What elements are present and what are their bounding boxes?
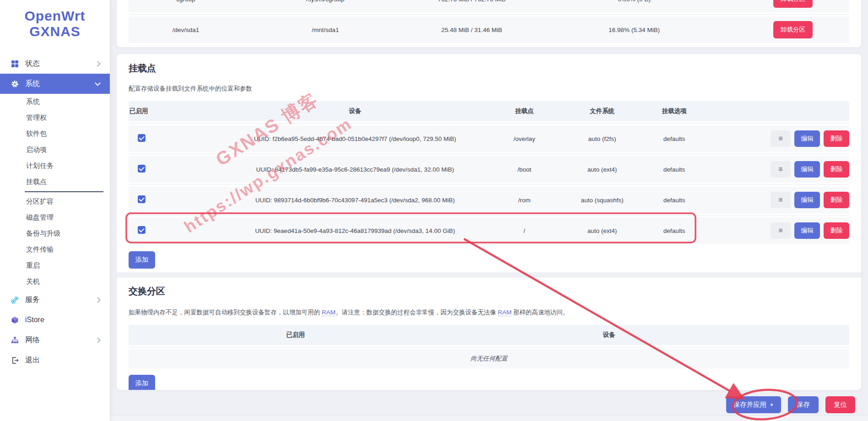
mount-point-cell: / xyxy=(483,227,566,234)
edit-button[interactable]: 编辑 xyxy=(794,222,820,239)
drag-handle[interactable]: ≡ xyxy=(771,161,791,178)
active-submenu-underline xyxy=(25,191,103,192)
footer-actions: 保存并应用 ▼ 保存 复位 xyxy=(726,396,855,413)
usage-cell: 0.00% (0 B) xyxy=(536,0,733,3)
col-device: 设备 xyxy=(463,331,755,339)
enabled-checkbox[interactable] xyxy=(138,165,146,173)
sidebar-subitem-cron[interactable]: 计划任务 xyxy=(0,158,110,174)
col-mount-point: 挂载点 xyxy=(483,107,566,115)
sidebar-subitem-shutdown[interactable]: 关机 xyxy=(0,274,110,290)
content-area: cgroup /sys/fs/cgroup 762.76 MiB / 762.7… xyxy=(110,0,868,421)
footer-divider xyxy=(110,415,868,421)
mount-cell: /mnt/sda1 xyxy=(243,27,408,33)
ram-link[interactable]: RAM xyxy=(322,309,335,316)
sidebar-item-label: 系统 xyxy=(25,79,40,89)
col-options: 挂载选项 xyxy=(639,107,710,115)
grid-icon xyxy=(11,60,19,68)
logout-icon xyxy=(11,356,19,364)
brand-logo: OpenWrt GXNAS xyxy=(0,8,110,39)
sidebar-subitem-startup[interactable]: 启动项 xyxy=(0,142,110,158)
sidebar-subitem-backup-upgrade[interactable]: 备份与升级 xyxy=(0,226,110,242)
mount-point-cell: /rom xyxy=(483,197,566,204)
filesystem-cell: auto (squashfs) xyxy=(566,197,639,204)
mount-point-cell: /overlay xyxy=(483,135,566,142)
sidebar-subitem-system[interactable]: 系统 xyxy=(0,94,110,110)
col-enabled: 已启用 xyxy=(129,107,227,115)
ram-link[interactable]: RAM xyxy=(498,309,512,316)
sidebar-item-status[interactable]: 状态 xyxy=(0,54,110,74)
options-cell: defaults xyxy=(639,227,710,234)
sidebar-item-network[interactable]: 网络 xyxy=(0,330,110,350)
table-row-highlighted: UUID: 9eaed41a-50e9-4a93-812c-46a8179939… xyxy=(129,217,849,244)
table-row: cgroup /sys/fs/cgroup 762.76 MiB / 762.7… xyxy=(129,0,849,12)
sidebar-item-label: 退出 xyxy=(25,356,40,365)
add-swap-button[interactable]: 添加 xyxy=(129,375,155,390)
sidebar-item-label: 状态 xyxy=(25,59,40,69)
chevron-down-icon xyxy=(95,80,101,86)
unmount-partition-button[interactable]: 卸载分区 xyxy=(773,0,813,8)
empty-state-text: 尚无任何配置 xyxy=(129,355,849,363)
sidebar-nav: 状态 系统 系统 管理权 软件包 启动项 计划任务 挂载点 xyxy=(0,54,110,370)
options-cell: defaults xyxy=(639,166,710,173)
edit-button[interactable]: 编辑 xyxy=(794,192,820,208)
sidebar-subitem-mountpoints[interactable]: 挂载点 xyxy=(0,174,110,190)
sidebar-item-services[interactable]: 服务 xyxy=(0,290,110,310)
drag-handle[interactable]: ≡ xyxy=(771,192,791,208)
enabled-checkbox[interactable] xyxy=(138,226,146,234)
sidebar-subitem-admin[interactable]: 管理权 xyxy=(0,110,110,126)
options-cell: defaults xyxy=(639,135,710,142)
reset-button[interactable]: 复位 xyxy=(825,396,855,413)
col-filesystem: 文件系统 xyxy=(566,107,639,115)
sidebar-subitem-file-transfer[interactable]: 文件传输 xyxy=(0,242,110,258)
filesystems-table-card: cgroup /sys/fs/cgroup 762.76 MiB / 762.7… xyxy=(117,0,861,47)
device-cell: UUID: 84173db5-fa99-e35a-95c6-28613cc79e… xyxy=(227,166,483,173)
edit-button[interactable]: 编辑 xyxy=(794,161,820,178)
gears-icon xyxy=(11,296,19,304)
sidebar-subitem-partition-expand[interactable]: 分区扩容 xyxy=(0,194,110,210)
table-row: UUID: 9893714d-6b0bf9b6-70c43097-491a5ec… xyxy=(129,187,849,213)
sidebar-item-system[interactable]: 系统 xyxy=(0,74,110,94)
enabled-checkbox[interactable] xyxy=(138,195,146,203)
filesystem-cell: auto (ext4) xyxy=(566,227,639,234)
delete-button[interactable]: 删除 xyxy=(824,222,849,239)
unmount-partition-button[interactable]: 卸载分区 xyxy=(773,21,813,38)
caret-down-icon: ▼ xyxy=(770,403,774,407)
sidebar-item-label: iStore xyxy=(25,316,44,324)
mount-cell: /sys/fs/cgroup xyxy=(243,0,408,3)
size-cell: 25.48 MiB / 31.46 MiB xyxy=(408,27,536,33)
mount-table-header: 已启用 设备 挂载点 文件系统 挂载选项 xyxy=(129,101,849,121)
device-cell: UUID: 9eaed41a-50e9-4a93-812c-46a8179939… xyxy=(227,227,483,234)
save-and-apply-button[interactable]: 保存并应用 ▼ xyxy=(726,396,781,413)
system-submenu: 系统 管理权 软件包 启动项 计划任务 挂载点 分区扩容 磁盘管理 备份与升级 … xyxy=(0,94,110,290)
cube-icon xyxy=(11,316,19,324)
section-title-swap: 交换分区 xyxy=(129,285,849,297)
sidebar-subitem-software[interactable]: 软件包 xyxy=(0,126,110,142)
drag-handle[interactable]: ≡ xyxy=(771,130,791,147)
sitemap-icon xyxy=(11,336,19,344)
col-enabled: 已启用 xyxy=(129,331,463,339)
sidebar-subitem-disk-management[interactable]: 磁盘管理 xyxy=(0,210,110,226)
sidebar-subitem-reboot[interactable]: 重启 xyxy=(0,258,110,274)
sidebar-item-logout[interactable]: 退出 xyxy=(0,350,110,370)
chevron-right-icon xyxy=(95,297,101,303)
filesystem-cell: auto (ext4) xyxy=(566,166,639,173)
section-description: 配置存储设备挂载到文件系统中的位置和参数 xyxy=(129,85,849,93)
enabled-checkbox[interactable] xyxy=(138,134,146,142)
col-device: 设备 xyxy=(227,107,483,115)
add-mount-button[interactable]: 添加 xyxy=(129,251,155,269)
drag-handle[interactable]: ≡ xyxy=(771,222,791,239)
delete-button[interactable]: 删除 xyxy=(824,192,849,208)
brand-line2: GXNAS xyxy=(0,24,110,39)
chevron-right-icon xyxy=(95,61,101,67)
sidebar-item-istore[interactable]: iStore xyxy=(0,310,110,330)
delete-button[interactable]: 删除 xyxy=(824,130,849,147)
mount-points-card: 挂载点 配置存储设备挂载到文件系统中的位置和参数 已启用 设备 挂载点 文件系统… xyxy=(117,54,861,390)
chevron-right-icon xyxy=(95,337,101,343)
table-row: UUID: f2b6ea95-5edd-4b74-bad0-051b0e4297… xyxy=(129,125,849,152)
section-title-mount-points: 挂载点 xyxy=(129,62,849,75)
delete-button[interactable]: 删除 xyxy=(824,161,849,178)
device-cell: UUID: f2b6ea95-5edd-4b74-bad0-051b0e4297… xyxy=(227,135,483,142)
size-cell: 762.76 MiB / 762.76 MiB xyxy=(408,0,536,3)
edit-button[interactable]: 编辑 xyxy=(794,130,820,147)
save-button[interactable]: 保存 xyxy=(788,396,819,413)
